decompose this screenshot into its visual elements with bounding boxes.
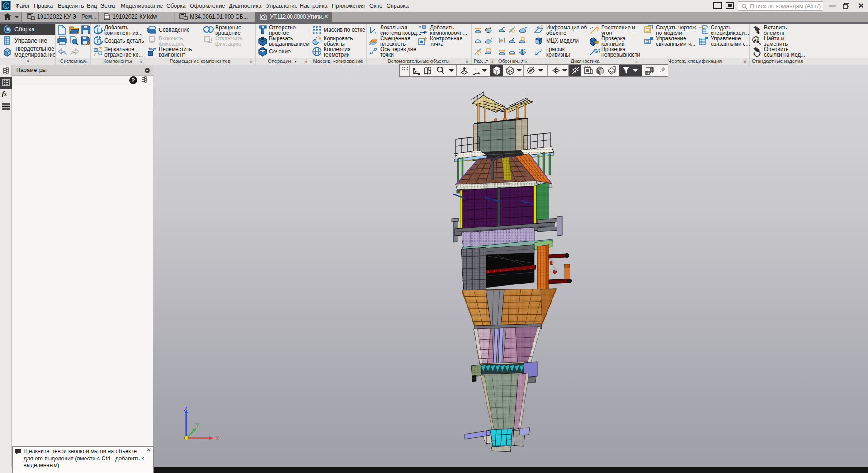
svg-text:AB: AB: [754, 38, 760, 43]
svg-text:R: R: [491, 37, 492, 40]
svg-text:Y: Y: [196, 422, 199, 429]
svg-text:X: X: [216, 435, 219, 442]
svg-text:?: ?: [596, 27, 599, 32]
svg-text:R: R: [525, 26, 527, 29]
svg-text:?: ?: [540, 25, 543, 30]
svg-text:G?: G?: [594, 49, 600, 54]
